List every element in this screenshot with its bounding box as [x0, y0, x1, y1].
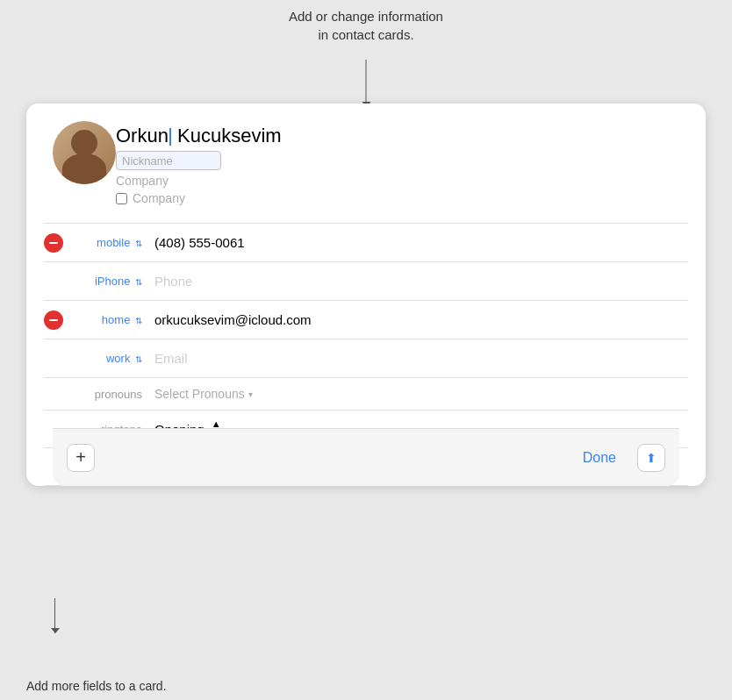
company-placeholder: Company: [116, 174, 282, 188]
email-work-value[interactable]: Email: [149, 351, 688, 366]
pronouns-placeholder: Select Pronouns: [154, 387, 245, 401]
profile-section: Orkun Kucuksevim Nickname Company Compan…: [44, 121, 688, 205]
pronouns-row: pronouns Select Pronouns ▾: [44, 378, 688, 411]
pronouns-value[interactable]: Select Pronouns ▾: [149, 387, 688, 401]
email-home-label[interactable]: home ⇅: [70, 313, 149, 326]
email-work-label[interactable]: work ⇅: [70, 352, 149, 365]
nickname-field[interactable]: Nickname: [116, 151, 221, 170]
company-checkbox-row: Company: [116, 191, 282, 205]
share-button[interactable]: ⬆: [637, 444, 665, 472]
phone-mobile-label[interactable]: mobile ⇅: [70, 236, 149, 249]
email-home-value[interactable]: orkucuksevim@icloud.com: [149, 312, 688, 327]
add-field-button[interactable]: +: [67, 444, 95, 472]
phone-mobile-row: mobile ⇅ (408) 555-0061: [44, 224, 688, 262]
name-fields: Orkun Kucuksevim Nickname Company Compan…: [116, 121, 282, 205]
bottom-annotation: Add more fields to a card.: [26, 679, 167, 693]
phone-iphone-label[interactable]: iPhone ⇅: [70, 275, 149, 288]
contact-card: Orkun Kucuksevim Nickname Company Compan…: [26, 104, 706, 486]
annotation-arrow-top: [366, 60, 367, 107]
phone-iphone-row: iPhone ⇅ Phone: [44, 262, 688, 301]
top-annotation: Add or change information in contact car…: [0, 7, 732, 44]
toolbar: + Done ⬆: [53, 428, 679, 486]
company-checkbox-label: Company: [133, 191, 185, 205]
phone-mobile-value[interactable]: (408) 555-0061: [149, 235, 688, 250]
remove-phone-mobile-button[interactable]: [44, 233, 63, 253]
share-icon: ⬆: [646, 451, 657, 465]
remove-email-home-button[interactable]: [44, 311, 63, 330]
annotation-arrow-bottom: [54, 598, 55, 633]
contact-full-name: Orkun Kucuksevim: [116, 125, 282, 147]
email-home-row: home ⇅ orkucuksevim@icloud.com: [44, 301, 688, 339]
pronouns-chevron-icon: ▾: [248, 389, 253, 399]
done-button[interactable]: Done: [576, 446, 623, 469]
phone-iphone-value[interactable]: Phone: [149, 274, 688, 289]
pronouns-label: pronouns: [70, 388, 149, 401]
avatar: [53, 121, 116, 184]
company-checkbox[interactable]: [116, 193, 127, 204]
email-work-row: work ⇅ Email: [44, 339, 688, 378]
